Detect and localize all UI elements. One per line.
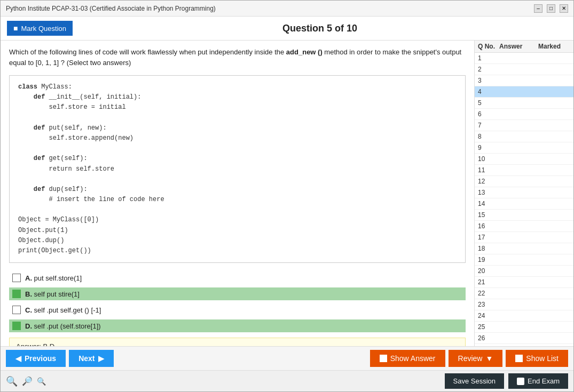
sidebar-marked [538, 278, 570, 286]
sidebar-row[interactable]: 7 [475, 120, 573, 131]
zoom-in-icon[interactable]: 🔍 [6, 375, 18, 387]
answer-reveal-text: Answer: B,D [16, 342, 54, 346]
sidebar-row[interactable]: 10 [475, 154, 573, 165]
show-answer-button[interactable]: Show Answer [370, 350, 445, 367]
sidebar-qno: 24 [478, 312, 499, 319]
sidebar-qno: 13 [478, 189, 499, 196]
sidebar-row[interactable]: 1 [475, 53, 573, 64]
sidebar-row[interactable]: 26 [475, 333, 573, 344]
answer-checkbox-d[interactable] [12, 322, 21, 330]
sidebar-marked [538, 200, 570, 207]
title-bar: Python Institute PCAP-31-03 (Certified A… [1, 1, 573, 17]
sidebar-marked [538, 211, 570, 219]
sidebar-row[interactable]: 12 [475, 176, 573, 187]
sidebar-qno: 17 [478, 234, 499, 241]
sidebar-qno: 10 [478, 155, 499, 163]
sidebar-row[interactable]: 14 [475, 198, 573, 210]
sidebar-qno: 12 [478, 178, 499, 185]
sidebar-row[interactable]: 4 [475, 86, 573, 98]
sidebar-qno: 6 [478, 110, 499, 118]
question-list-sidebar[interactable]: Q No. Answer Marked 12345678910111213141… [475, 41, 573, 346]
sidebar-marked [538, 144, 570, 151]
sidebar-row[interactable]: 13 [475, 187, 573, 198]
status-bar: 🔍 🔎 🔍 Save Session End Exam [1, 370, 573, 391]
sidebar-marked [538, 290, 570, 297]
sidebar-answer [499, 99, 538, 107]
sidebar-row[interactable]: 23 [475, 299, 573, 310]
sidebar-row[interactable]: 6 [475, 109, 573, 120]
sidebar-row[interactable]: 2 [475, 64, 573, 75]
sidebar-marked [538, 222, 570, 230]
sidebar-answer [499, 66, 538, 73]
sidebar-row[interactable]: 5 [475, 98, 573, 109]
answer-item-c: C. self .put self.get () [-1] [9, 303, 466, 316]
end-exam-button[interactable]: End Exam [508, 373, 568, 389]
sidebar-row[interactable]: 3 [475, 75, 573, 86]
sidebar-row[interactable]: 22 [475, 288, 573, 299]
sidebar-marked [538, 234, 570, 241]
sidebar-qno: 2 [478, 66, 499, 73]
sidebar-marked [538, 66, 570, 73]
sidebar-answer [499, 267, 538, 275]
review-button[interactable]: Review ▼ [449, 350, 503, 367]
sidebar-qno: 8 [478, 133, 499, 140]
sidebar-row[interactable]: 19 [475, 254, 573, 266]
sidebar-rows: 1234567891011121314151617181920212223242… [475, 53, 573, 346]
sidebar-col-answer: Answer [499, 43, 538, 50]
answer-checkbox-c[interactable] [12, 306, 21, 314]
sidebar-row[interactable]: 20 [475, 266, 573, 277]
sidebar-marked [538, 334, 570, 342]
minimize-button[interactable]: – [534, 4, 542, 13]
sidebar-marked [538, 122, 570, 129]
sidebar-answer [499, 122, 538, 129]
sidebar-row[interactable]: 16 [475, 221, 573, 232]
sidebar-marked [538, 256, 570, 263]
sidebar-marked [538, 99, 570, 107]
answer-label-c: C. self .put self.get () [-1] [25, 306, 101, 314]
sidebar-answer [499, 166, 538, 174]
sidebar-row[interactable]: 15 [475, 210, 573, 221]
sidebar-answer [499, 245, 538, 252]
zoom-out-icon[interactable]: 🔍 [37, 377, 46, 386]
zoom-normal-icon[interactable]: 🔎 [22, 376, 33, 386]
main-area: ■ Mark Question Question 5 of 10 Which o… [1, 17, 573, 391]
sidebar-answer [499, 155, 538, 163]
sidebar-row[interactable]: 25 [475, 322, 573, 333]
previous-button[interactable]: ◀ Previous [6, 350, 66, 367]
sidebar-answer [499, 200, 538, 207]
save-session-button[interactable]: Save Session [445, 373, 505, 389]
bookmark-icon: ■ [13, 24, 18, 33]
sidebar-qno: 14 [478, 200, 499, 207]
sidebar-row[interactable]: 9 [475, 142, 573, 154]
sidebar-marked [538, 312, 570, 319]
sidebar-qno: 16 [478, 222, 499, 230]
sidebar-qno: 11 [478, 166, 499, 174]
answer-checkbox-a[interactable] [12, 274, 21, 282]
show-list-button[interactable]: Show List [506, 350, 568, 367]
answer-checkbox-b[interactable] [12, 290, 21, 298]
answers-list: A. put self.store(1] B. self put stire(1… [9, 271, 466, 332]
sidebar-answer [499, 133, 538, 140]
sidebar-answer [499, 54, 538, 62]
sidebar-qno: 15 [478, 211, 499, 219]
sidebar-row[interactable]: 18 [475, 243, 573, 254]
question-panel: Which of the following lines of code wil… [1, 41, 475, 346]
mark-question-button[interactable]: ■ Mark Question [7, 21, 73, 36]
next-button[interactable]: Next ▶ [69, 350, 113, 367]
sidebar-qno: 5 [478, 99, 499, 107]
sidebar-answer [499, 189, 538, 196]
bottom-toolbar: ◀ Previous Next ▶ Show Answer Review ▼ S… [1, 346, 573, 370]
sidebar-qno: 20 [478, 267, 499, 275]
sidebar-answer [499, 278, 538, 286]
sidebar-row[interactable]: 17 [475, 232, 573, 243]
sidebar-row[interactable]: 11 [475, 165, 573, 176]
window-title: Python Institute PCAP-31-03 (Certified A… [6, 5, 216, 12]
close-button[interactable]: ✕ [560, 4, 568, 13]
sidebar-row[interactable]: 24 [475, 310, 573, 322]
sidebar-qno: 21 [478, 278, 499, 286]
sidebar-row[interactable]: 8 [475, 131, 573, 142]
answer-label-a: A. put self.store(1] [25, 274, 82, 282]
show-list-icon [515, 355, 523, 362]
maximize-button[interactable]: □ [547, 4, 555, 13]
sidebar-row[interactable]: 21 [475, 277, 573, 288]
